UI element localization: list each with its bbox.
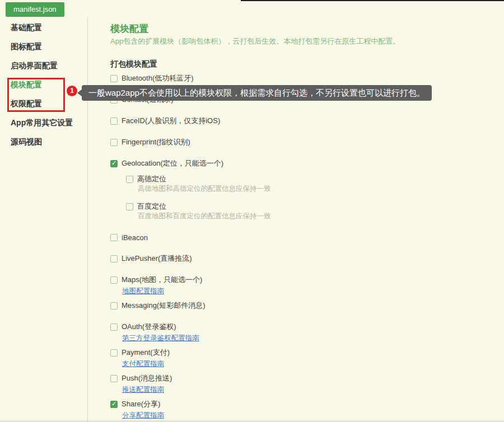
module-label: Share(分享) [122,399,160,409]
module-label: OAuth(登录鉴权) [122,322,176,332]
module-row: Payment(支付)支付配置指南 [110,349,504,367]
module-row: iBeacon [110,233,504,241]
module-row: Messaging(短彩邮件消息) [110,302,504,310]
section-title: 打包模块配置 [110,59,504,69]
module-label: Geolocation(定位，只能选一个) [122,158,223,168]
sidebar-item-2[interactable]: 启动界面配置 [0,56,87,75]
annotation-step-badge: 1 [67,86,77,96]
module-guide-link-wrap: 地图配置指南 [122,287,504,294]
module-row-line: Share(分享) [110,400,504,408]
module-label: Messaging(短彩邮件消息) [122,301,206,311]
module-label: Fingerprint(指纹识别) [122,137,190,147]
module-label: Bluetooth(低功耗蓝牙) [122,73,194,83]
module-label: Push(消息推送) [122,373,172,383]
module-row-line: Bluetooth(低功耗蓝牙) [110,74,504,82]
module-description: 高德地图和高德定位的配置信息应保持一致 [138,185,504,193]
module-label: 百度定位 [137,201,166,212]
module-row: 百度定位百度地图和百度定位的配置信息应保持一致 [126,203,504,220]
module-label: 高德定位 [137,174,166,184]
sidebar-item-0[interactable]: 基础配置 [0,18,87,37]
module-guide-link-wrap: 推送配置指南 [122,385,504,393]
module-row: 高德定位高德地图和高德定位的配置信息应保持一致 [126,175,504,193]
module-label: Payment(支付) [122,348,170,358]
sidebar-item-6[interactable]: 源码视图 [0,132,87,151]
module-row: Share(分享)分享配置指南微信分享 [110,400,504,422]
checkbox-checked-icon[interactable] [110,401,118,408]
module-guide-link-wrap: 第三方登录鉴权配置指南 [122,334,504,341]
module-guide-link[interactable]: 第三方登录鉴权配置指南 [122,334,199,342]
module-row: Geolocation(定位，只能选一个)高德定位高德地图和高德定位的配置信息应… [110,160,504,220]
checkbox-icon[interactable] [126,203,133,210]
module-row-line: OAuth(登录鉴权) [110,323,504,331]
module-row: Push(消息推送)推送配置指南 [110,374,504,393]
module-row-line: Messaging(短彩邮件消息) [110,302,504,310]
module-list: Bluetooth(低功耗蓝牙)Contact(通讯录)FaceID(人脸识别，… [110,74,504,422]
module-row-line: 高德定位 [126,175,504,183]
module-guide-link[interactable]: 分享配置指南 [122,411,164,419]
page-subtitle: App包含的扩展模块（影响包体积），云打包后生效。本地打包需另行在原生工程中配置… [110,36,504,46]
module-guide-link-wrap: 支付配置指南 [122,359,504,367]
config-sidebar: 基础配置图标配置启动界面配置模块配置权限配置App常用其它设置源码视图 [0,17,88,422]
module-description: 百度地图和百度定位的配置信息应保持一致 [138,212,504,220]
checkbox-icon[interactable] [110,118,118,125]
sidebar-item-1[interactable]: 图标配置 [0,37,87,56]
checkbox-icon[interactable] [110,323,118,331]
module-guide-link[interactable]: 推送配置指南 [122,386,164,393]
module-row-line: 百度定位 [126,203,504,210]
module-row: Bluetooth(低功耗蓝牙) [110,74,504,82]
checkbox-icon[interactable] [110,234,118,241]
module-children: 高德定位高德地图和高德定位的配置信息应保持一致百度定位百度地图和百度定位的配置信… [126,175,504,220]
checkbox-icon[interactable] [110,375,118,382]
module-guide-link-wrap: 分享配置指南 [122,411,504,419]
sidebar-nav: 基础配置图标配置启动界面配置模块配置权限配置App常用其它设置源码视图 [0,18,87,151]
module-row: LivePusher(直播推流) [110,255,504,262]
module-label: iBeacon [122,233,148,242]
module-label: FaceID(人脸识别，仅支持iOS) [122,116,220,126]
checkbox-icon[interactable] [110,75,118,82]
module-row-line: Geolocation(定位，只能选一个) [110,160,504,167]
checkbox-icon[interactable] [110,139,118,146]
main-layout: 基础配置图标配置启动界面配置模块配置权限配置App常用其它设置源码视图 模块配置… [0,17,504,422]
module-row-line: LivePusher(直播推流) [110,255,504,262]
module-row: Maps(地图，只能选一个)地图配置指南 [110,276,504,294]
checkbox-icon[interactable] [110,276,118,284]
checkbox-icon[interactable] [126,176,133,183]
checkbox-checked-icon[interactable] [110,160,118,167]
module-label: Maps(地图，只能选一个) [122,275,202,285]
module-label: LivePusher(直播推流) [122,254,192,264]
annotation-tooltip: 一般wap2app不会使用以上的模块权限，根据需求自行勾选，不另行设置也可以进行… [82,85,432,101]
checkbox-icon[interactable] [110,349,118,357]
module-row: Fingerprint(指纹识别) [110,138,504,146]
sidebar-item-4[interactable]: 权限配置 [0,94,87,113]
module-guide-link[interactable]: 支付配置指南 [122,360,164,368]
checkbox-icon[interactable] [110,255,118,262]
module-row-line: Maps(地图，只能选一个) [110,276,504,284]
module-row-line: Fingerprint(指纹识别) [110,138,504,146]
tab-bar: manifest.json [0,0,504,17]
module-row: OAuth(登录鉴权)第三方登录鉴权配置指南 [110,323,504,341]
module-config-panel: 模块配置 App包含的扩展模块（影响包体积），云打包后生效。本地打包需另行在原生… [88,17,504,422]
module-row-line: iBeacon [110,233,504,241]
module-guide-link[interactable]: 地图配置指南 [122,287,164,295]
window-top-edge [241,0,504,1]
page-title: 模块配置 [110,24,504,35]
module-row-line: Payment(支付) [110,349,504,357]
module-row-line: FaceID(人脸识别，仅支持iOS) [110,117,504,125]
module-row: FaceID(人脸识别，仅支持iOS) [110,117,504,125]
module-row-line: Push(消息推送) [110,374,504,382]
checkbox-icon[interactable] [110,302,118,310]
tab-manifest-json[interactable]: manifest.json [6,2,64,17]
sidebar-item-5[interactable]: App常用其它设置 [0,113,87,132]
